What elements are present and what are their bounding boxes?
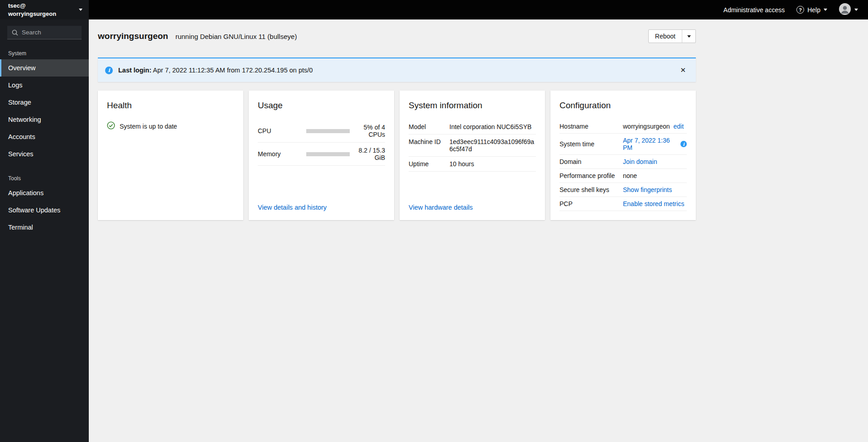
performance-profile-row: Performance profile none	[559, 169, 687, 183]
sidebar-item-accounts[interactable]: Accounts	[0, 128, 89, 145]
host-switcher-host: worryingsurgeon	[8, 10, 79, 18]
memory-usage-value: 8.2 / 15.3 GiB	[350, 147, 385, 161]
os-release-text: running Debian GNU/Linux 11 (bullseye)	[175, 33, 297, 40]
hostname-value: worryingsurgeon	[623, 123, 670, 130]
sidebar-item-storage[interactable]: Storage	[0, 94, 89, 111]
hostname-label: Hostname	[559, 123, 623, 130]
uptime-value: 10 hours	[449, 160, 536, 168]
search-icon	[12, 29, 18, 37]
last-login-details: Apr 7, 2022 11:12:35 AM from 172.20.254.…	[151, 67, 313, 74]
close-icon[interactable]: ✕	[677, 65, 689, 75]
system-time-link[interactable]: Apr 7, 2022 1:36 PM	[623, 137, 677, 151]
model-value: Intel corporation NUC6i5SYB	[449, 123, 536, 130]
performance-profile-label: Performance profile	[559, 172, 623, 179]
search-input[interactable]	[7, 26, 82, 39]
secure-shell-keys-row: Secure shell keys Show fingerprints	[559, 183, 687, 197]
sidebar-item-services[interactable]: Services	[0, 145, 89, 163]
sidebar-nav: System Overview Logs Storage Networking …	[0, 44, 89, 236]
edit-hostname-link[interactable]: edit	[674, 123, 684, 130]
page-title: worryingsurgeon	[98, 31, 168, 41]
chevron-down-icon	[854, 9, 858, 11]
page-content: worryingsurgeon running Debian GNU/Linux…	[89, 19, 705, 220]
host-switcher-user: tsec@	[8, 2, 79, 10]
pcp-label: PCP	[559, 200, 623, 207]
top-bar: Administrative access ? Help	[89, 0, 868, 19]
cpu-progress-bar	[306, 129, 350, 133]
help-label: Help	[807, 6, 820, 14]
domain-label: Domain	[559, 158, 623, 165]
check-circle-icon	[107, 121, 115, 131]
info-icon: i	[105, 67, 113, 74]
reboot-button[interactable]: Reboot	[649, 30, 682, 43]
chevron-down-icon	[824, 9, 827, 11]
system-information-card: System information Model Intel corporati…	[400, 91, 545, 220]
configuration-card-title: Configuration	[559, 101, 687, 110]
sidebar-item-terminal[interactable]: Terminal	[0, 219, 89, 236]
sidebar-item-software-updates[interactable]: Software Updates	[0, 202, 89, 219]
health-status-row: System is up to date	[107, 121, 234, 131]
reboot-split-button: Reboot	[648, 29, 696, 43]
page-header: worryingsurgeon running Debian GNU/Linux…	[98, 29, 696, 43]
sidebar: tsec@ worryingsurgeon System Overview Lo…	[0, 0, 89, 442]
configuration-card: Configuration Hostname worryingsurgeon e…	[550, 91, 696, 220]
machine-id-value: 1ed3eec9111c4093a1096f69a6c5f47d	[449, 138, 536, 153]
performance-profile-value: none	[623, 172, 637, 179]
system-information-card-title: System information	[409, 101, 536, 110]
sidebar-search	[7, 26, 82, 39]
last-login-alert: i Last login: Apr 7, 2022 11:12:35 AM fr…	[98, 58, 696, 82]
health-status-text: System is up to date	[120, 123, 177, 130]
overview-cards: Health System is up to date Usage CPU 5	[98, 91, 696, 220]
app-window: tsec@ worryingsurgeon System Overview Lo…	[0, 0, 868, 442]
machine-id-label: Machine ID	[409, 138, 449, 153]
model-row: Model Intel corporation NUC6i5SYB	[409, 120, 536, 135]
cpu-usage-row: CPU 5% of 4 CPUs	[258, 120, 385, 143]
pcp-row: PCP Enable stored metrics	[559, 197, 687, 211]
reboot-dropdown-toggle[interactable]	[682, 30, 695, 43]
system-time-label: System time	[559, 140, 623, 148]
host-switcher-labels: tsec@ worryingsurgeon	[8, 2, 79, 18]
page-titles: worryingsurgeon running Debian GNU/Linux…	[98, 31, 648, 41]
usage-card-title: Usage	[258, 101, 385, 110]
health-card: Health System is up to date	[98, 91, 243, 220]
model-label: Model	[409, 123, 449, 130]
last-login-text: Last login: Apr 7, 2022 11:12:35 AM from…	[118, 67, 313, 74]
sidebar-item-overview[interactable]: Overview	[0, 59, 89, 77]
cpu-usage-value: 5% of 4 CPUs	[350, 124, 385, 138]
help-menu[interactable]: ? Help	[796, 6, 827, 14]
last-login-label: Last login:	[118, 67, 151, 74]
uptime-label: Uptime	[409, 160, 449, 168]
sidebar-item-applications[interactable]: Applications	[0, 184, 89, 202]
sidebar-item-networking[interactable]: Networking	[0, 111, 89, 128]
sidebar-item-logs[interactable]: Logs	[0, 77, 89, 94]
memory-progress-bar	[306, 152, 350, 156]
domain-row: Domain Join domain	[559, 155, 687, 169]
question-icon: ?	[796, 6, 804, 14]
health-card-title: Health	[107, 101, 234, 110]
enable-stored-metrics-link[interactable]: Enable stored metrics	[623, 200, 684, 207]
host-switcher[interactable]: tsec@ worryingsurgeon	[0, 0, 89, 19]
view-details-history-link[interactable]: View details and history	[258, 204, 385, 211]
memory-usage-row: Memory 8.2 / 15.3 GiB	[258, 143, 385, 166]
secure-shell-keys-label: Secure shell keys	[559, 186, 623, 193]
memory-label: Memory	[258, 150, 306, 158]
chevron-down-icon	[687, 35, 691, 38]
avatar	[839, 3, 851, 16]
main-area: Administrative access ? Help worryingsur…	[89, 0, 868, 442]
nav-section-tools: Tools	[0, 169, 89, 184]
chevron-down-icon	[79, 9, 82, 11]
administrative-access-button[interactable]: Administrative access	[723, 6, 785, 14]
uptime-row: Uptime 10 hours	[409, 157, 536, 172]
view-hardware-details-link[interactable]: View hardware details	[409, 204, 536, 211]
show-fingerprints-link[interactable]: Show fingerprints	[623, 186, 672, 193]
cpu-label: CPU	[258, 127, 306, 135]
info-icon[interactable]: i	[680, 141, 687, 147]
machine-id-row: Machine ID 1ed3eec9111c4093a1096f69a6c5f…	[409, 135, 536, 157]
join-domain-link[interactable]: Join domain	[623, 158, 657, 165]
user-menu[interactable]	[839, 3, 858, 16]
usage-card: Usage CPU 5% of 4 CPUs Memory 8.2 / 15.3…	[249, 91, 394, 220]
hostname-row: Hostname worryingsurgeon edit	[559, 120, 687, 134]
system-time-row: System time Apr 7, 2022 1:36 PM i	[559, 134, 687, 155]
nav-section-system: System	[0, 44, 89, 59]
